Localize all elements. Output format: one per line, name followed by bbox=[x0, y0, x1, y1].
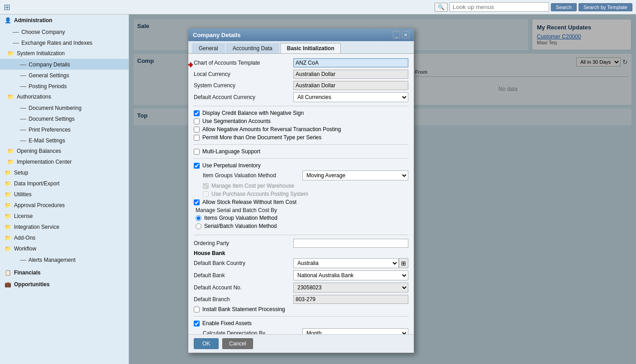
use-perpetual-inventory-row: Use Perpetual Inventory bbox=[194, 162, 408, 169]
bank-country-picker-button[interactable]: ⊞ bbox=[399, 258, 408, 268]
folder-icon-ap: 📁 bbox=[5, 202, 11, 208]
use-segmentation-row: Use Segmentation Accounts bbox=[194, 118, 408, 124]
system-currency-row: System Currency bbox=[194, 81, 408, 90]
dash-icon-pp: — bbox=[20, 82, 26, 90]
dash-icon-cd: — bbox=[20, 61, 26, 68]
sidebar-license[interactable]: 📁 License bbox=[0, 211, 129, 222]
display-credit-balance-row: Display Credit Balance with Negative Sig… bbox=[194, 110, 408, 116]
sidebar-print-preferences[interactable]: — Print Preferences bbox=[0, 124, 129, 135]
radio-serial-batch-row: Serial/Batch Valuation Method bbox=[196, 223, 408, 229]
item-groups-select[interactable]: Moving Average bbox=[302, 170, 408, 180]
sidebar-add-ons[interactable]: 📁 Add-Ons bbox=[0, 232, 129, 243]
enable-fixed-assets-checkbox[interactable] bbox=[194, 321, 200, 326]
display-credit-balance-checkbox[interactable] bbox=[194, 110, 200, 116]
folder-icon-lic: 📁 bbox=[5, 213, 11, 219]
cancel-button[interactable]: Cancel bbox=[222, 338, 253, 349]
sidebar-setup[interactable]: 📁 Setup bbox=[0, 167, 129, 178]
search-area: 🔍 Search Search by Template bbox=[435, 2, 632, 12]
default-account-currency-row: Default Account Currency All Currencies bbox=[194, 92, 408, 102]
use-perpetual-inventory-checkbox[interactable] bbox=[194, 163, 200, 169]
folder-icon-setup: 📁 bbox=[5, 170, 11, 176]
chart-input[interactable] bbox=[293, 58, 408, 67]
sidebar-item-choose-company[interactable]: — Choose Company bbox=[0, 26, 129, 37]
sidebar-financials[interactable]: 📋 Financials bbox=[0, 267, 129, 279]
folder-icon-ao: 📁 bbox=[5, 235, 11, 241]
dash-icon-em: — bbox=[20, 137, 26, 144]
default-branch-input[interactable] bbox=[293, 295, 408, 304]
dialog-footer: OK Cancel bbox=[188, 334, 414, 353]
sidebar-opportunities[interactable]: 💼 Opportunities bbox=[0, 279, 129, 290]
sidebar-implementation-center[interactable]: 📁 Implementation Center bbox=[0, 156, 129, 167]
permit-more-than-one-row: Permit More than One Document Type per S… bbox=[194, 134, 408, 141]
tab-general[interactable]: General bbox=[192, 43, 225, 53]
main-content: Sale My Recent Updates Customer C20000 M… bbox=[129, 14, 636, 364]
use-purchase-accounts-checkbox bbox=[203, 191, 209, 197]
search-by-template-button[interactable]: Search by Template bbox=[579, 3, 632, 11]
calculate-depreciation-select[interactable]: Month bbox=[302, 328, 408, 334]
use-segmentation-checkbox[interactable] bbox=[194, 118, 200, 124]
install-bank-statement-checkbox[interactable] bbox=[194, 307, 200, 312]
folder-icon-ob: 📁 bbox=[7, 148, 14, 154]
ordering-party-input[interactable] bbox=[293, 239, 408, 248]
default-bank-select[interactable]: National Australia Bank bbox=[293, 270, 408, 280]
allow-stock-release-checkbox[interactable] bbox=[194, 199, 200, 205]
topbar: ⊞ 🔍 Search Search by Template bbox=[0, 0, 636, 14]
main-layout: 👤 Administration — Choose Company — Exch… bbox=[0, 14, 636, 364]
sidebar-general-settings[interactable]: — General Settings bbox=[0, 70, 129, 80]
dialog-body: ➜ Chart of Accounts Template Local Curre… bbox=[188, 54, 414, 334]
default-bank-country-row: Default Bank Country Australia ⊞ bbox=[194, 258, 408, 268]
allow-negative-checkbox[interactable] bbox=[194, 127, 200, 132]
default-account-no-row: Default Account No. 23058023 bbox=[194, 283, 408, 293]
dialog-title: Company Details bbox=[193, 32, 240, 38]
default-account-no-select[interactable]: 23058023 bbox=[293, 283, 408, 293]
search-input[interactable] bbox=[450, 2, 549, 12]
radio-items-group[interactable] bbox=[196, 215, 201, 221]
tab-basic-initialization[interactable]: Basic Initialization bbox=[280, 43, 341, 53]
sidebar-system-initialization[interactable]: 📁 System Initialization bbox=[0, 48, 129, 59]
search-icon[interactable]: 🔍 bbox=[435, 3, 448, 12]
folder-icon-die: 📁 bbox=[5, 180, 11, 187]
chart-label: Chart of Accounts Template bbox=[194, 60, 293, 66]
system-currency-input[interactable] bbox=[293, 81, 408, 90]
default-bank-country-label: Default Bank Country bbox=[194, 260, 293, 266]
sidebar-item-exchange-rates[interactable]: — Exchange Rates and Indexes bbox=[0, 37, 129, 48]
sidebar-utilities[interactable]: 📁 Utilities bbox=[0, 189, 129, 200]
dialog-close-button[interactable]: ✕ bbox=[402, 31, 409, 38]
calculate-depreciation-label: Calculate Depreciation By bbox=[203, 330, 302, 334]
sidebar-posting-periods[interactable]: — Posting Periods bbox=[0, 80, 129, 91]
multi-language-checkbox[interactable] bbox=[194, 149, 200, 155]
default-branch-row: Default Branch bbox=[194, 295, 408, 304]
radio-serial-batch[interactable] bbox=[196, 223, 201, 229]
sidebar-workflow[interactable]: 📁 Workflow bbox=[0, 243, 129, 254]
arrow-indicator-1: ➜ bbox=[188, 59, 193, 70]
sidebar-administration[interactable]: 👤 Administration bbox=[0, 14, 129, 26]
app-logo: ⊞ bbox=[4, 2, 10, 12]
permit-more-checkbox[interactable] bbox=[194, 135, 200, 141]
sidebar-integration-service[interactable]: 📁 Integration Service bbox=[0, 222, 129, 232]
local-currency-input[interactable] bbox=[293, 70, 408, 79]
enable-fixed-assets-row: Enable Fixed Assets bbox=[194, 320, 408, 326]
sidebar-authorizations[interactable]: 📁 Authorizations bbox=[0, 91, 129, 102]
sidebar-document-numbering[interactable]: — Document Numbering bbox=[0, 102, 129, 113]
install-bank-statement-row: Install Bank Statement Processing bbox=[194, 306, 408, 312]
sidebar-document-settings[interactable]: — Document Settings bbox=[0, 113, 129, 124]
default-account-currency-select[interactable]: All Currencies bbox=[293, 92, 408, 102]
sidebar-data-import-export[interactable]: 📁 Data Import/Export bbox=[0, 178, 129, 189]
default-bank-country-select[interactable]: Australia bbox=[293, 258, 399, 268]
ok-button[interactable]: OK bbox=[194, 338, 219, 349]
sidebar-approval-procedures[interactable]: 📁 Approval Procedures bbox=[0, 200, 129, 211]
dialog-minimize-button[interactable]: _ bbox=[393, 31, 400, 38]
sidebar-company-details[interactable]: — Company Details bbox=[0, 59, 129, 70]
default-account-no-label: Default Account No. bbox=[194, 284, 293, 291]
sidebar-opening-balances[interactable]: 📁 Opening Balances bbox=[0, 146, 129, 156]
tab-accounting-data[interactable]: Accounting Data bbox=[226, 43, 279, 53]
folder-icon-sys: 📁 bbox=[7, 50, 14, 57]
sidebar-alerts-management[interactable]: — Alerts Management bbox=[0, 254, 129, 265]
manage-serial-label: Manage Serial and Batch Cost By bbox=[196, 207, 408, 213]
search-button[interactable]: Search bbox=[551, 3, 577, 11]
sidebar-email-settings[interactable]: — E-Mail Settings bbox=[0, 135, 129, 146]
item-groups-valuation-row: Item Groups Valuation Method Moving Aver… bbox=[194, 170, 408, 180]
dash-icon-ds: — bbox=[20, 115, 26, 122]
folder-icon-ic: 📁 bbox=[7, 159, 14, 165]
dash-icon: — bbox=[13, 28, 19, 35]
